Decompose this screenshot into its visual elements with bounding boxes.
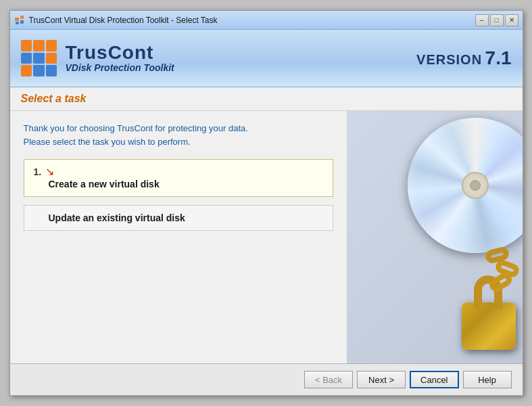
- main-window: TrusCont Virtual Disk Protection Toolkit…: [9, 10, 523, 396]
- right-panel: [347, 111, 523, 363]
- logo-cell-6: [46, 53, 57, 64]
- logo-cell-8: [33, 65, 45, 76]
- back-button[interactable]: < Back: [304, 371, 353, 388]
- titlebar-title: TrusCont Virtual Disk Protection Toolkit…: [29, 16, 475, 25]
- logo-cell-3: [46, 40, 57, 51]
- lock-body: [462, 302, 516, 350]
- logo-cell-9: [46, 65, 57, 76]
- section-title: Select a task: [21, 93, 87, 104]
- header-panel: TrusCont VDisk Protection Toolkit Versio…: [10, 30, 523, 87]
- task-label-2: Update an existing virtual disk: [49, 212, 323, 223]
- svg-rect-2: [20, 20, 24, 24]
- main-content: Thank you for choosing TrusCont for prot…: [10, 111, 523, 363]
- svg-rect-0: [15, 18, 19, 21]
- task-number-1: 1.: [34, 166, 42, 177]
- task-option-2[interactable]: Update an existing virtual disk: [24, 205, 333, 231]
- cancel-button[interactable]: Cancel: [410, 371, 458, 388]
- logo-cell-4: [21, 53, 32, 64]
- task-label-1: Create a new virtual disk: [49, 179, 323, 189]
- svg-rect-1: [20, 16, 24, 19]
- task-number-row-1: 1. ↘: [34, 166, 323, 177]
- maximize-button[interactable]: □: [490, 14, 504, 26]
- version-label: Version: [416, 52, 482, 67]
- cd-image: [347, 111, 523, 363]
- task-option-1[interactable]: 1. ↘ Create a new virtual disk: [24, 159, 333, 197]
- logo-area: TrusCont VDisk Protection Toolkit: [21, 40, 174, 76]
- minimize-button[interactable]: –: [475, 14, 489, 26]
- logo-subtitle: VDisk Protection Toolkit: [66, 62, 174, 73]
- version-number: 7.1: [485, 47, 512, 68]
- logo-grid: [21, 40, 57, 76]
- titlebar-icon: [14, 15, 25, 26]
- version-display: Version 7.1: [416, 47, 511, 69]
- titlebar: TrusCont Virtual Disk Protection Toolkit…: [10, 11, 523, 30]
- next-button[interactable]: Next >: [357, 371, 406, 388]
- logo-text: TrusCont VDisk Protection Toolkit: [66, 43, 174, 73]
- task-arrow-1: ↘: [45, 166, 54, 177]
- logo-cell-1: [21, 40, 32, 51]
- intro-line2: Please select the task you wish to perfo…: [24, 137, 191, 147]
- chain-area: [374, 174, 523, 363]
- help-button[interactable]: Help: [463, 371, 512, 388]
- svg-rect-3: [16, 22, 19, 24]
- logo-cell-5: [33, 53, 45, 64]
- logo-cell-2: [33, 40, 45, 51]
- intro-line1: Thank you for choosing TrusCont for prot…: [24, 123, 248, 133]
- footer-bar: < Back Next > Cancel Help: [10, 363, 523, 395]
- logo-name: TrusCont: [66, 43, 174, 62]
- close-button[interactable]: ✕: [505, 14, 518, 26]
- left-panel: Thank you for choosing TrusCont for prot…: [10, 111, 347, 363]
- intro-text: Thank you for choosing TrusCont for prot…: [24, 122, 333, 148]
- titlebar-controls: – □ ✕: [475, 14, 518, 26]
- section-title-bar: Select a task: [10, 87, 523, 111]
- logo-cell-7: [21, 65, 32, 76]
